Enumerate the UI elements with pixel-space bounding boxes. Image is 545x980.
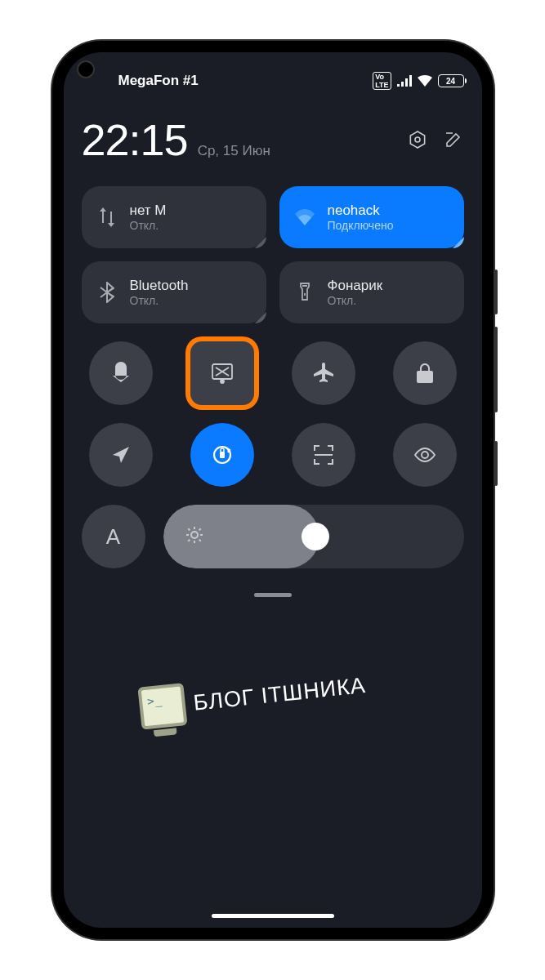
tile-sub: Откл. <box>130 219 167 232</box>
svg-point-5 <box>422 452 428 458</box>
sound-toggle[interactable] <box>89 341 153 405</box>
toggle-grid <box>82 341 464 487</box>
front-camera <box>77 60 95 78</box>
location-toggle[interactable] <box>89 423 153 487</box>
tile-title: Фонарик <box>328 278 383 294</box>
settings-icon[interactable] <box>407 129 428 150</box>
flashlight-icon <box>294 282 315 303</box>
drag-handle[interactable] <box>254 593 292 597</box>
airplane-toggle[interactable] <box>292 341 355 405</box>
edit-icon[interactable] <box>443 129 464 150</box>
scan-toggle[interactable] <box>292 423 355 487</box>
header-row: 22:15 Ср, 15 Июн <box>82 114 464 165</box>
svg-point-0 <box>415 137 420 142</box>
date: Ср, 15 Июн <box>198 143 270 159</box>
tile-sub: Откл. <box>130 294 189 307</box>
brightness-row: A <box>82 505 464 568</box>
slider-thumb[interactable] <box>302 523 329 550</box>
side-button <box>494 327 498 412</box>
tile-sub: Откл. <box>328 294 383 307</box>
screenshot-toggle[interactable] <box>190 341 254 405</box>
rotation-lock-toggle[interactable] <box>190 423 254 487</box>
watermark: >_ БЛОГ ІТШНИКА <box>137 653 465 729</box>
watermark-text: БЛОГ ІТШНИКА <box>192 672 367 715</box>
side-button <box>494 270 498 314</box>
wifi-icon <box>294 207 315 228</box>
mobile-data-tile[interactable]: нет М Откл. <box>82 186 266 248</box>
side-button <box>494 441 498 486</box>
tile-title: neohack <box>328 203 394 219</box>
sun-icon <box>185 525 204 548</box>
bluetooth-tile[interactable]: Bluetooth Откл. <box>82 261 266 323</box>
clock: 22:15 <box>82 114 188 165</box>
phone-mockup: MegaFon #1 VoLTE 24 22:15 Ср, 15 Июн <box>52 41 494 939</box>
signal-icon <box>397 75 412 87</box>
tile-title: Bluetooth <box>130 278 189 294</box>
bluetooth-icon <box>96 282 118 303</box>
carrier-label: MegaFon #1 <box>118 73 199 89</box>
wifi-tile[interactable]: neohack Подключено <box>279 186 464 248</box>
svg-point-2 <box>221 380 224 383</box>
mobile-data-icon <box>96 207 118 228</box>
tile-title: нет М <box>130 203 167 219</box>
brightness-slider[interactable] <box>163 505 464 568</box>
wifi-icon <box>418 75 432 87</box>
status-bar: MegaFon #1 VoLTE 24 <box>82 72 464 90</box>
volte-icon: VoLTE <box>373 72 391 90</box>
lock-toggle[interactable] <box>393 341 457 405</box>
eye-toggle[interactable] <box>393 423 457 487</box>
svg-rect-4 <box>220 452 225 458</box>
flashlight-tile[interactable]: Фонарик Откл. <box>279 261 464 323</box>
expand-corner-icon[interactable] <box>255 237 266 248</box>
home-indicator[interactable] <box>212 914 334 918</box>
screen: MegaFon #1 VoLTE 24 22:15 Ср, 15 Июн <box>64 52 482 928</box>
battery-icon: 24 <box>438 74 464 87</box>
large-tiles: нет М Откл. neohack Подключено <box>82 186 464 323</box>
terminal-icon: >_ <box>137 683 187 730</box>
expand-corner-icon[interactable] <box>453 237 464 248</box>
expand-corner-icon[interactable] <box>255 312 266 323</box>
tile-sub: Подключено <box>328 219 394 232</box>
svg-point-6 <box>191 532 198 538</box>
auto-brightness-toggle[interactable]: A <box>82 505 145 568</box>
